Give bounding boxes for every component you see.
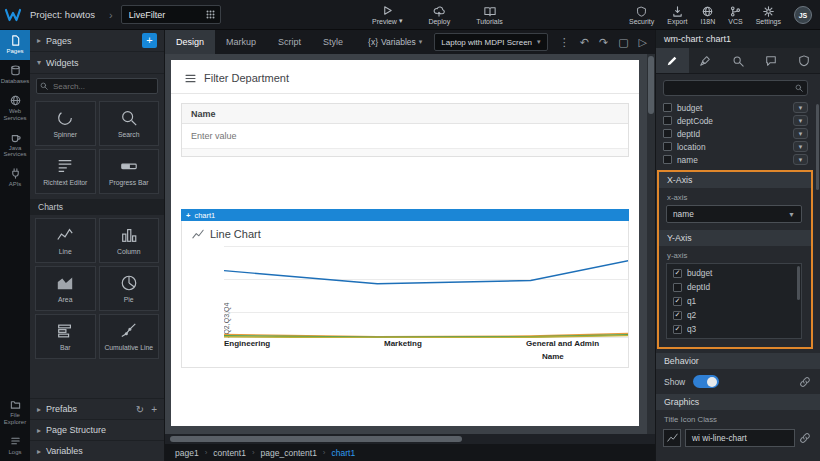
user-avatar[interactable]: JS [794, 6, 812, 24]
page-canvas[interactable]: Filter Department Name + chart1 L [171, 60, 639, 426]
chevron-down-icon[interactable]: ▼ [793, 115, 808, 126]
properties-search-input[interactable] [663, 80, 808, 96]
column-row-deptId[interactable]: deptId ▼ [663, 127, 808, 140]
chevron-down-icon[interactable]: ▼ [793, 154, 808, 165]
add-page-button[interactable]: + [142, 33, 157, 48]
checkbox[interactable] [673, 297, 682, 306]
checkbox[interactable] [663, 155, 672, 164]
undo-icon[interactable]: ↶ [580, 36, 589, 49]
y-axis-option-budget[interactable]: budget [667, 266, 801, 280]
breadcrumb-chart1[interactable]: chart1 [332, 448, 356, 458]
rail-item-pages[interactable]: Pages [0, 30, 30, 60]
widget-tile-line[interactable]: Line [35, 218, 96, 263]
checkbox[interactable] [673, 325, 682, 334]
checkbox[interactable] [663, 129, 672, 138]
copy-icon[interactable]: ▢ [618, 36, 628, 49]
chevron-down-icon[interactable]: ▼ [793, 102, 808, 113]
tab-script[interactable]: Script [267, 30, 312, 54]
run-icon[interactable]: ▷ [639, 36, 647, 49]
rail-item-logs[interactable]: Logs [0, 431, 30, 461]
rail-item-file-explorer[interactable]: File Explorer [0, 394, 30, 431]
y-axis-option-deptId[interactable]: deptId [667, 280, 801, 294]
widgets-section-header[interactable]: ▾ Widgets [30, 52, 164, 74]
tab-style[interactable]: Style [312, 30, 354, 54]
widget-tile-spinner[interactable]: Spinner [35, 101, 96, 146]
i18n-button[interactable]: I18N [701, 6, 716, 25]
widget-tile-column[interactable]: Column [99, 218, 160, 263]
page-selector[interactable]: LiveFilter [121, 5, 221, 24]
page-structure-section-header[interactable]: ▸ Page Structure [30, 419, 164, 440]
show-toggle[interactable] [693, 375, 719, 388]
checkbox[interactable] [663, 142, 672, 151]
tab-security[interactable] [787, 48, 820, 73]
checkbox[interactable] [673, 283, 682, 292]
column-row-budget[interactable]: budget ▼ [663, 101, 808, 114]
x-axis-select[interactable]: name ▼ [666, 205, 802, 223]
column-row-location[interactable]: location ▼ [663, 140, 808, 153]
widget-tile-bar[interactable]: Bar [35, 314, 96, 359]
scrollbar-thumb[interactable] [648, 56, 654, 114]
refresh-icon[interactable]: ↻ [136, 404, 144, 415]
hamburger-icon[interactable] [185, 74, 196, 83]
tab-markup[interactable]: Markup [215, 30, 267, 54]
chevron-down-icon[interactable]: ▼ [793, 128, 808, 139]
deploy-button[interactable]: Deploy [428, 0, 450, 30]
checkbox[interactable] [673, 269, 682, 278]
icon-preview-box[interactable] [663, 429, 681, 447]
prefabs-section-header[interactable]: ▸ Prefabs ↻+ [30, 398, 164, 419]
variables-dropdown[interactable]: {x} Variables ▾ [368, 37, 422, 47]
security-button[interactable]: Security [629, 6, 654, 25]
breadcrumb-page1[interactable]: page1 [175, 448, 199, 458]
checkbox[interactable] [663, 116, 672, 125]
tutorials-button[interactable]: Tutorials [476, 0, 503, 30]
tab-properties[interactable] [656, 48, 689, 73]
tab-styles[interactable] [689, 48, 722, 73]
scrollbar-thumb[interactable] [170, 436, 462, 442]
widget-search-input[interactable] [36, 78, 158, 94]
widget-tile-pie[interactable]: Pie [99, 266, 160, 311]
settings-button[interactable]: Settings [756, 6, 781, 25]
export-button[interactable]: Export [667, 6, 687, 25]
line-chart-widget[interactable]: Line Chart 3M 2M 1M 200k Budget,Q1,Q2,Q3… [181, 221, 629, 368]
tab-design[interactable]: Design [165, 30, 215, 54]
chart-selection-bar[interactable]: + chart1 [181, 209, 629, 221]
redo-icon[interactable]: ↷ [599, 36, 608, 49]
vcs-button[interactable]: VCS [728, 6, 742, 25]
device-selector[interactable]: Laptop with MDPI Screen ▾ [434, 33, 547, 51]
y-axis-option-q3[interactable]: q3 [667, 322, 801, 336]
wavemaker-logo-icon[interactable] [0, 0, 26, 30]
bind-link-icon[interactable] [799, 376, 811, 388]
breadcrumb-page-content1[interactable]: page_content1 [261, 448, 317, 458]
panel-scrollbar-thumb[interactable] [816, 104, 819, 190]
title-icon-class-input[interactable]: wi wi-line-chart [685, 429, 795, 447]
checkbox[interactable] [673, 311, 682, 320]
widget-tile-search[interactable]: Search [99, 101, 160, 146]
pages-section-header[interactable]: ▸ Pages + [30, 30, 164, 52]
add-prefab-icon[interactable]: + [151, 404, 157, 415]
checkbox[interactable] [663, 103, 672, 112]
variables-section-header[interactable]: ▸ Variables [30, 440, 164, 461]
filter-value-input[interactable] [185, 131, 625, 141]
widget-tile-cumulative-line[interactable]: Cumulative Line [99, 314, 160, 359]
y-axis-option-q1[interactable]: q1 [667, 294, 801, 308]
widget-tile-area[interactable]: Area [35, 266, 96, 311]
chevron-down-icon[interactable]: ▼ [793, 141, 808, 152]
y-axis-option-q2[interactable]: q2 [667, 308, 801, 322]
rail-item-databases[interactable]: Databases [0, 60, 30, 90]
rail-item-apis[interactable]: APIs [0, 163, 30, 193]
rail-item-web-services[interactable]: Web Services [0, 90, 30, 127]
tab-comments[interactable] [754, 48, 787, 73]
preview-button[interactable]: Preview▾ [372, 0, 402, 30]
canvas-horizontal-scrollbar[interactable] [165, 434, 655, 444]
move-handle-icon[interactable]: + [186, 211, 190, 220]
widget-tile-progress-bar[interactable]: Progress Bar [99, 149, 160, 194]
bind-link-icon[interactable] [799, 432, 811, 444]
column-row-deptCode[interactable]: deptCode ▼ [663, 114, 808, 127]
column-row-name[interactable]: name ▼ [663, 153, 808, 166]
breadcrumb-content1[interactable]: content1 [213, 448, 246, 458]
widget-tile-richtext-editor[interactable]: Richtext Editor [35, 149, 96, 194]
grid-icon[interactable] [206, 10, 215, 19]
tab-search-properties[interactable] [722, 48, 755, 73]
canvas-vertical-scrollbar[interactable] [647, 54, 655, 434]
kebab-menu-icon[interactable]: ⋮ [559, 36, 570, 49]
